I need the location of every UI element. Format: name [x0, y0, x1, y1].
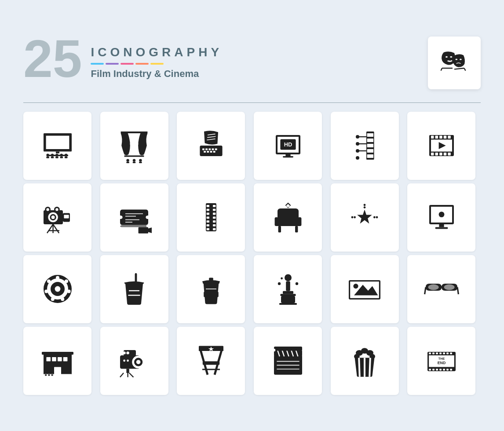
svg-point-121: [354, 216, 356, 219]
svg-point-165: [428, 285, 438, 290]
svg-rect-106: [213, 209, 215, 211]
svg-line-217: [369, 358, 370, 377]
svg-point-84: [55, 208, 58, 211]
popcorn-icon: [347, 343, 382, 378]
svg-rect-107: [213, 213, 215, 215]
svg-rect-67: [439, 136, 442, 139]
big-number: 25: [23, 32, 82, 85]
svg-line-215: [359, 358, 360, 377]
video-camera-icon: [117, 343, 152, 378]
svg-point-186: [127, 360, 129, 362]
svg-rect-171: [63, 357, 67, 362]
directors-chair-cell: [177, 327, 245, 395]
svg-rect-72: [439, 153, 442, 155]
svg-rect-56: [367, 154, 373, 158]
svg-rect-112: [278, 208, 299, 223]
svg-line-188: [120, 373, 124, 377]
hd-display-icon: HD: [270, 128, 306, 163]
svg-rect-102: [206, 220, 209, 223]
svg-line-5: [441, 68, 442, 71]
svg-point-185: [123, 360, 125, 362]
svg-point-0: [446, 56, 448, 57]
svg-point-139: [61, 297, 64, 301]
theater-masks-icon: [437, 45, 472, 80]
svg-rect-223: [443, 353, 445, 354]
panoramic-photo-cell: [331, 255, 399, 323]
film-strip-play-cell: [407, 112, 475, 180]
svg-line-85: [47, 224, 53, 233]
svg-point-151: [278, 282, 280, 285]
svg-rect-110: [213, 224, 215, 226]
oscar-award-icon: [270, 271, 306, 307]
svg-rect-168: [46, 357, 51, 362]
svg-marker-23: [130, 140, 139, 150]
the-end-film-cell: THE END: [407, 327, 475, 395]
svg-marker-96: [148, 227, 152, 233]
svg-point-15: [60, 153, 62, 156]
svg-point-25: [127, 159, 129, 161]
svg-point-27: [139, 159, 142, 161]
color-bar-pink: [121, 63, 134, 65]
svg-rect-175: [45, 374, 47, 376]
svg-rect-22: [121, 131, 148, 133]
svg-point-124: [364, 204, 366, 206]
svg-point-123: [376, 216, 378, 219]
cinema-building-icon: [40, 343, 75, 378]
clapperboard-icon: [270, 343, 306, 378]
svg-rect-174: [44, 374, 72, 376]
svg-marker-126: [357, 209, 372, 223]
svg-line-164: [457, 287, 458, 294]
film-strip-vert-icon: [194, 200, 229, 235]
svg-rect-38: [208, 148, 211, 150]
svg-rect-50: [283, 156, 293, 157]
svg-rect-105: [213, 205, 215, 207]
svg-rect-9: [46, 136, 69, 149]
svg-rect-36: [202, 148, 205, 150]
svg-rect-42: [207, 151, 209, 153]
3d-glasses-icon: [424, 271, 459, 307]
svg-rect-95: [139, 227, 148, 233]
svg-rect-53: [367, 139, 373, 142]
main-container: 25 ICONOGRAPHY Film Industry & Cinema: [10, 23, 494, 408]
vip-chair-icon: [270, 200, 306, 235]
svg-rect-73: [444, 153, 446, 155]
svg-point-122: [373, 216, 376, 219]
walk-of-fame-star-cell: [331, 183, 399, 252]
header-left: 25 ICONOGRAPHY Film Industry & Cinema: [23, 37, 223, 85]
svg-rect-41: [204, 151, 206, 153]
svg-line-7: [464, 68, 465, 71]
svg-rect-100: [206, 213, 209, 215]
svg-rect-146: [209, 278, 213, 281]
svg-rect-54: [367, 144, 373, 147]
svg-point-2: [455, 58, 457, 60]
cinema-building-cell: [23, 327, 91, 395]
svg-rect-229: [439, 369, 442, 370]
svg-rect-172: [54, 367, 61, 375]
svg-rect-195: [203, 362, 219, 365]
svg-rect-37: [205, 148, 208, 150]
color-bar-purple: [106, 63, 119, 65]
stage-curtain-cell: [100, 112, 168, 180]
svg-rect-29: [133, 162, 135, 163]
clapperboard-cell: [254, 327, 322, 395]
svg-rect-130: [439, 224, 444, 227]
svg-line-6: [454, 68, 464, 69]
svg-point-142: [47, 279, 51, 283]
svg-point-149: [285, 274, 292, 281]
svg-rect-30: [139, 162, 142, 163]
svg-rect-150: [286, 281, 290, 291]
monitor-display-cell: [407, 183, 475, 252]
coffee-cup-icon: [194, 271, 229, 307]
svg-rect-43: [210, 151, 212, 153]
popcorn-cell: [331, 327, 399, 395]
svg-rect-39: [212, 148, 214, 150]
svg-point-152: [281, 278, 283, 280]
ticket-cell: [100, 183, 168, 252]
3d-glasses-cell: [407, 255, 475, 323]
svg-rect-232: [450, 369, 452, 370]
typewriter-icon: [194, 128, 229, 163]
svg-rect-220: [432, 353, 435, 354]
svg-rect-225: [450, 353, 452, 354]
film-roll-icon: [40, 271, 75, 307]
svg-rect-170: [58, 357, 62, 362]
